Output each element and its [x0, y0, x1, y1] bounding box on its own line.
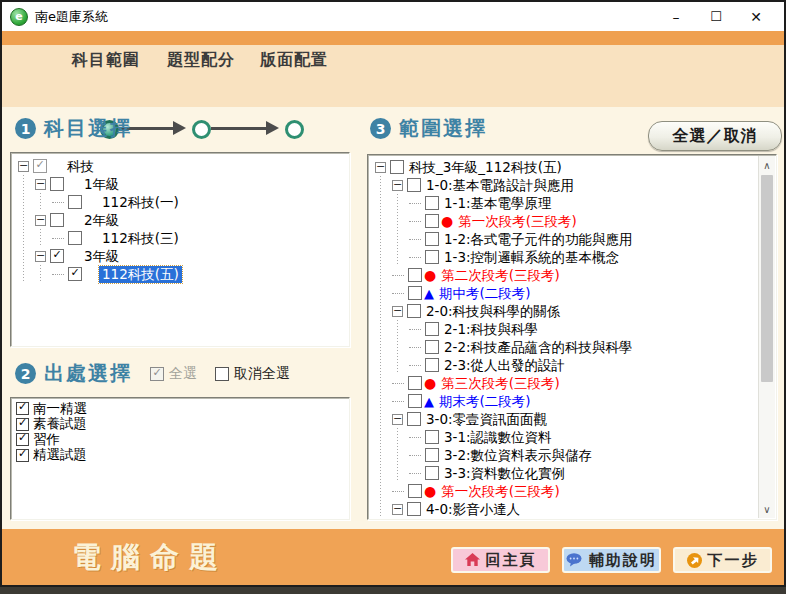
checkbox[interactable] [408, 376, 422, 390]
tree-item-label[interactable]: 3-2:數位資料表示與儲存 [441, 447, 595, 464]
next-step-button[interactable]: 下一步 [673, 547, 772, 573]
tree-item-label[interactable]: 1-1:基本電學原理 [441, 195, 555, 212]
checkbox[interactable] [50, 177, 64, 191]
checkbox[interactable] [425, 250, 439, 264]
scroll-up-icon[interactable]: ∧ [759, 157, 775, 173]
source-list-box: 南一精選素養試題習作精選試題 [10, 397, 350, 520]
checkbox[interactable] [16, 449, 29, 462]
tree-item-label[interactable]: 3-1:認識數位資料 [441, 429, 555, 446]
collapse-toggle-icon[interactable] [392, 504, 403, 515]
tree-guide-line [372, 320, 389, 338]
close-icon[interactable]: ✕ [736, 4, 776, 30]
collapse-toggle-icon[interactable] [18, 161, 29, 172]
tree-item-label[interactable]: 1-0:基本電路設計與應用 [423, 177, 577, 194]
help-button[interactable]: 輔助說明 [562, 547, 661, 573]
checkbox[interactable] [425, 214, 439, 228]
range-section-header: 3 範圍選擇 [370, 115, 487, 142]
checkbox[interactable] [68, 267, 82, 281]
step-circle-3[interactable] [285, 120, 304, 139]
checkbox[interactable] [33, 159, 47, 173]
tree-item-label[interactable]: 科技_3年級_112科技(五) [406, 159, 565, 176]
collapse-toggle-icon[interactable] [392, 414, 403, 425]
collapse-toggle-icon[interactable] [35, 215, 46, 226]
tree-item-label[interactable]: 112科技(五) [99, 266, 182, 283]
tree-item-label[interactable]: 期中考(二段考) [436, 285, 534, 302]
checkbox[interactable] [425, 448, 439, 462]
tree-item-label[interactable]: 期末考(二段考) [436, 393, 534, 410]
checkbox[interactable] [425, 358, 439, 372]
checkbox[interactable] [408, 394, 422, 408]
checkbox[interactable] [408, 286, 422, 300]
collapse-toggle-icon[interactable] [35, 179, 46, 190]
select-all-toggle-button[interactable]: 全選／取消 [648, 121, 782, 151]
checkbox[interactable] [425, 340, 439, 354]
tree-item-label[interactable]: 1-3:控制邏輯系統的基本概念 [441, 249, 622, 266]
tree-item-label[interactable]: 2年級 [81, 212, 123, 229]
exam-dot-icon [424, 267, 436, 283]
tree-guide-line [372, 428, 389, 446]
checkbox[interactable] [390, 160, 404, 174]
checkbox[interactable] [425, 466, 439, 480]
scrollbar-thumb[interactable] [761, 175, 773, 382]
exam-dot-icon [424, 483, 436, 499]
maximize-icon[interactable]: ☐ [696, 4, 736, 30]
tree-connector [409, 347, 421, 348]
step-circle-2[interactable] [192, 120, 211, 139]
tree-row: 3-3:資料數位化實例 [372, 464, 774, 482]
tree-item-label[interactable]: 3-3:資料數位化實例 [441, 465, 568, 482]
collapse-toggle-icon[interactable] [392, 180, 403, 191]
scrollbar[interactable]: ∧ ∨ [758, 156, 775, 518]
tree-item-label[interactable]: 3年級 [81, 248, 123, 265]
tree-item-label[interactable]: 2-3:從人出發的設計 [441, 357, 568, 374]
tree-item-label[interactable]: 科技 [64, 158, 97, 175]
checkbox[interactable] [425, 430, 439, 444]
checkbox[interactable] [408, 268, 422, 282]
checkbox[interactable] [407, 412, 421, 426]
scroll-down-icon[interactable]: ∨ [759, 501, 775, 517]
tree-item-label[interactable]: 4-0:影音小達人 [423, 501, 523, 518]
tree-item-label[interactable]: 112科技(三) [99, 230, 182, 247]
tree-item-label[interactable]: 2-2:科技產品蘊含的科技與科學 [441, 339, 636, 356]
checkbox[interactable] [425, 322, 439, 336]
checkbox[interactable] [68, 195, 82, 209]
tree-item-label[interactable]: 2-1:科技與科學 [441, 321, 541, 338]
collapse-toggle-icon[interactable] [392, 306, 403, 317]
tree-item-label[interactable]: 1-2:各式電子元件的功能與應用 [441, 231, 636, 248]
checkbox[interactable] [50, 213, 64, 227]
checkbox[interactable] [408, 484, 422, 498]
checkbox[interactable] [50, 249, 64, 263]
collapse-toggle-icon[interactable] [35, 251, 46, 262]
collapse-toggle-icon[interactable] [375, 162, 386, 173]
checkbox[interactable] [16, 433, 29, 446]
checkbox[interactable] [407, 304, 421, 318]
checkbox[interactable] [68, 231, 82, 245]
checkbox[interactable] [407, 502, 421, 516]
select-all-label: 全選 [169, 365, 197, 383]
footer-buttons: 回主頁 輔助說明 下一步 [451, 547, 772, 573]
checkbox[interactable] [425, 196, 439, 210]
home-button[interactable]: 回主頁 [451, 547, 550, 573]
deselect-all-checkbox[interactable] [215, 367, 229, 381]
minimize-icon[interactable]: – [656, 4, 696, 30]
tree-item-label[interactable]: 112科技(一) [99, 194, 182, 211]
tree-item-label[interactable]: 第三次段考(三段考) [438, 375, 563, 392]
source-item-label[interactable]: 精選試題 [33, 446, 87, 464]
tree-item-label[interactable]: 2-0:科技與科學的關係 [423, 303, 564, 320]
tree-item-label[interactable]: 3-0:零壹資訊面面觀 [423, 411, 550, 428]
source-list-item: 精選試題 [14, 448, 347, 464]
tree-item-label[interactable]: 第二次段考(三段考) [438, 267, 563, 284]
select-all-checkbox[interactable] [150, 367, 164, 381]
subject-tree-box: 科技1年級112科技(一)2年級112科技(三)3年級112科技(五) [10, 152, 350, 347]
checkbox[interactable] [407, 178, 421, 192]
tree-row: 3-2:數位資料表示與儲存 [372, 446, 774, 464]
tree-item-label[interactable]: 1年級 [81, 176, 123, 193]
section1-badge: 1 [15, 118, 36, 139]
checkbox[interactable] [16, 402, 29, 415]
tree-item-label[interactable]: 第一次段考(三段考) [455, 213, 580, 230]
title-bar: e 南e題庫系統 – ☐ ✕ [2, 2, 784, 31]
tree-item-label[interactable]: 第一次段考(三段考) [438, 483, 563, 500]
exam-triangle-icon [424, 393, 434, 409]
tree-connector [409, 473, 421, 474]
checkbox[interactable] [16, 418, 29, 431]
checkbox[interactable] [425, 232, 439, 246]
